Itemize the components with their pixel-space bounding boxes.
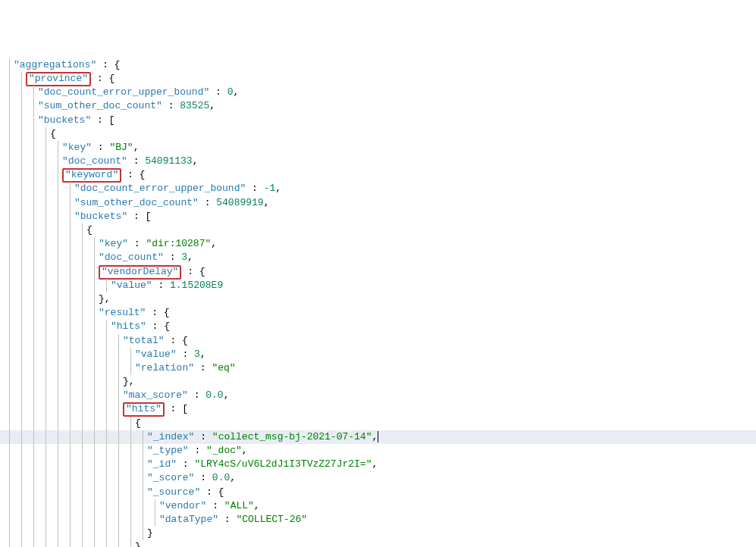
- code-line[interactable]: "aggregations" : {: [0, 58, 756, 72]
- indent-guide: [82, 486, 83, 499]
- code-line[interactable]: },: [0, 292, 756, 306]
- code-line[interactable]: "_source" : {: [0, 486, 756, 499]
- code-line[interactable]: }: [0, 527, 756, 540]
- indent-guide: [94, 471, 95, 485]
- indent-guide: [9, 292, 10, 306]
- code-line[interactable]: "vendor" : "ALL",: [0, 499, 756, 513]
- indent-guide: [70, 251, 71, 264]
- code-line[interactable]: "key" : "dir:10287",: [0, 237, 756, 251]
- indent-guide: [33, 155, 34, 168]
- indent-guide: [9, 279, 10, 292]
- json-token: "hits": [126, 403, 162, 414]
- indent-guide: [21, 527, 22, 540]
- code-line[interactable]: },: [0, 375, 756, 389]
- indent-guide: [58, 389, 58, 402]
- code-line[interactable]: "sum_other_doc_count" : 54089919,: [0, 196, 756, 210]
- code-line[interactable]: "vendorDelay" : {: [0, 265, 756, 279]
- code-line[interactable]: "value" : 1.15208E9: [0, 279, 756, 292]
- indent-guide: [70, 527, 71, 540]
- code-line[interactable]: "result" : {: [0, 306, 756, 320]
- line-content: "_score" : 0.0,: [5, 472, 236, 483]
- code-line[interactable]: "doc_count" : 54091133,: [0, 155, 756, 168]
- indent-guide: [45, 334, 46, 348]
- code-block: "aggregations" : {"province" : {"doc_cou…: [0, 58, 756, 547]
- indent-guide: [82, 265, 83, 279]
- code-line[interactable]: "hits" : [: [0, 402, 756, 416]
- indent-guide: [45, 430, 46, 444]
- json-token: 3: [194, 349, 200, 360]
- json-token: :: [188, 389, 205, 401]
- indent-guide: [130, 361, 131, 375]
- code-line[interactable]: "buckets" : [: [0, 210, 756, 223]
- indent-guide: [33, 141, 34, 155]
- indent-guide: [33, 306, 34, 320]
- json-token: ,: [275, 183, 281, 194]
- code-line[interactable]: "value" : 3,: [0, 348, 756, 361]
- indent-guide: [143, 471, 143, 485]
- code-line[interactable]: "dataType" : "COLLECT-26": [0, 513, 756, 527]
- json-token: ,: [224, 389, 230, 401]
- json-token: "result": [99, 307, 146, 318]
- indent-guide: [94, 348, 95, 361]
- json-token: :: [194, 431, 212, 442]
- json-token: :: [206, 500, 224, 511]
- indent-guide: [21, 86, 22, 99]
- code-line[interactable]: {: [0, 417, 756, 430]
- indent-guide: [106, 471, 107, 485]
- indent-guide: [58, 237, 58, 251]
- code-line[interactable]: "max_score" : 0.0,: [0, 389, 756, 402]
- indent-guide: [33, 251, 34, 264]
- code-line[interactable]: "hits" : {: [0, 320, 756, 333]
- code-line[interactable]: "keyword" : {: [0, 168, 756, 182]
- indent-guide: [58, 444, 58, 458]
- json-token: {: [135, 417, 141, 429]
- indent-guide: [58, 251, 58, 264]
- code-line[interactable]: "_score" : 0.0,: [0, 471, 756, 485]
- indent-guide: [58, 361, 58, 375]
- indent-guide: [58, 348, 58, 361]
- json-token: :: [152, 280, 170, 291]
- line-content: "result" : {: [5, 307, 170, 318]
- code-line[interactable]: "_index" : "collect_msg-bj-2021-07-14",: [0, 430, 756, 444]
- json-token: :: [164, 252, 181, 263]
- json-token: "doc_count_error_upper_bound": [74, 183, 246, 194]
- indent-guide: [70, 417, 71, 430]
- indent-guide: [118, 486, 119, 499]
- code-line[interactable]: "doc_count" : 3,: [0, 251, 756, 264]
- indent-guide: [21, 486, 22, 499]
- code-line[interactable]: "relation" : "eq": [0, 361, 756, 375]
- indent-guide: [118, 334, 119, 348]
- code-line[interactable]: "_type" : "_doc",: [0, 444, 756, 458]
- code-line[interactable]: "province" : {: [0, 72, 756, 86]
- line-content: "doc_count_error_upper_bound" : 0,: [5, 86, 239, 98]
- code-line[interactable]: {: [0, 223, 756, 237]
- indent-guide: [45, 486, 46, 499]
- indent-guide: [21, 210, 22, 223]
- indent-guide: [9, 99, 10, 113]
- json-token: ,: [230, 472, 236, 483]
- json-token: ,: [187, 252, 193, 263]
- code-line[interactable]: }: [0, 540, 756, 547]
- indent-guide: [94, 334, 95, 348]
- code-line[interactable]: {: [0, 127, 756, 141]
- code-line[interactable]: "_id" : "LRY4cS/uV6L2dJiI3TVzZ27Jr2I=",: [0, 458, 756, 471]
- indent-guide: [94, 279, 95, 292]
- code-line[interactable]: "sum_other_doc_count" : 83525,: [0, 99, 756, 113]
- indent-guide: [118, 471, 119, 485]
- indent-guide: [94, 389, 95, 402]
- highlight-box: "hits": [123, 402, 165, 417]
- indent-guide: [70, 210, 71, 223]
- code-line[interactable]: "doc_count_error_upper_bound" : 0,: [0, 86, 756, 99]
- indent-guide: [21, 540, 22, 547]
- line-content: "aggregations" : {: [5, 59, 120, 70]
- text-cursor: [378, 431, 378, 442]
- code-line[interactable]: "buckets" : [: [0, 114, 756, 127]
- indent-guide: [9, 127, 10, 141]
- indent-guide: [118, 402, 119, 416]
- indent-guide: [33, 540, 34, 547]
- indent-guide: [143, 486, 143, 499]
- json-token: :: [128, 238, 146, 249]
- code-line[interactable]: "key" : "BJ",: [0, 141, 756, 155]
- code-line[interactable]: "total" : {: [0, 334, 756, 348]
- code-line[interactable]: "doc_count_error_upper_bound" : -1,: [0, 182, 756, 195]
